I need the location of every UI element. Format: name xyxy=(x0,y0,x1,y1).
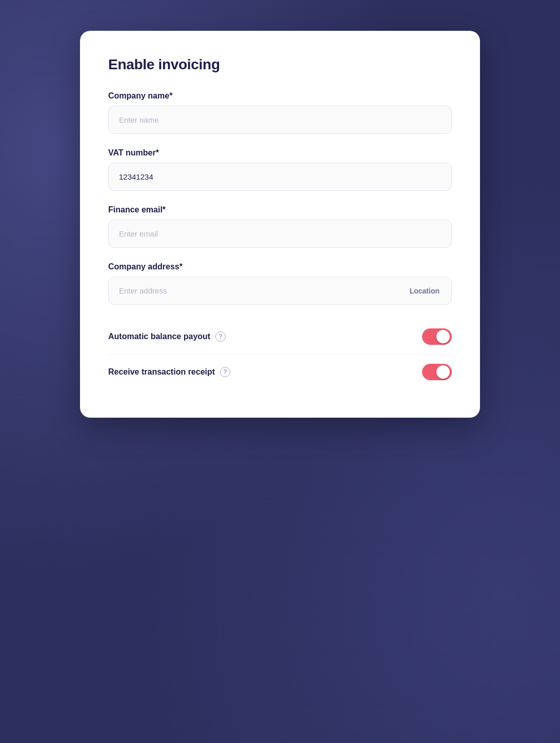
company-name-label: Company name* xyxy=(108,91,452,101)
receive-transaction-receipt-toggle[interactable] xyxy=(422,364,452,380)
vat-number-input[interactable] xyxy=(108,163,452,191)
company-address-group: Company address* Location xyxy=(108,262,452,305)
finance-email-label: Finance email* xyxy=(108,205,452,214)
company-address-label: Company address* xyxy=(108,262,452,271)
receive-transaction-receipt-label: Receive transaction receipt xyxy=(108,367,215,377)
automatic-balance-payout-help-icon[interactable]: ? xyxy=(215,331,226,342)
company-address-input[interactable] xyxy=(108,277,452,305)
address-wrapper: Location xyxy=(108,277,452,305)
company-name-group: Company name* xyxy=(108,91,452,134)
toggle-label-group-receipt: Receive transaction receipt ? xyxy=(108,367,230,377)
finance-email-group: Finance email* xyxy=(108,205,452,248)
finance-email-input[interactable] xyxy=(108,220,452,248)
toggle-label-group-auto: Automatic balance payout ? xyxy=(108,331,226,342)
company-name-input[interactable] xyxy=(108,106,452,134)
enable-invoicing-card: Enable invoicing Company name* VAT numbe… xyxy=(80,31,480,418)
automatic-balance-payout-toggle[interactable] xyxy=(422,328,452,345)
vat-number-label: VAT number* xyxy=(108,148,452,158)
vat-number-group: VAT number* xyxy=(108,148,452,191)
receive-transaction-receipt-help-icon[interactable]: ? xyxy=(220,367,230,377)
location-button[interactable]: Location xyxy=(406,285,444,297)
automatic-balance-payout-label: Automatic balance payout xyxy=(108,332,210,341)
toggle-thumb xyxy=(436,330,450,343)
page-title: Enable invoicing xyxy=(108,56,452,73)
automatic-balance-payout-row: Automatic balance payout ? xyxy=(108,319,452,355)
toggles-section: Automatic balance payout ? Receive trans… xyxy=(108,319,452,389)
toggle-thumb-2 xyxy=(436,365,450,379)
receive-transaction-receipt-row: Receive transaction receipt ? xyxy=(108,355,452,389)
